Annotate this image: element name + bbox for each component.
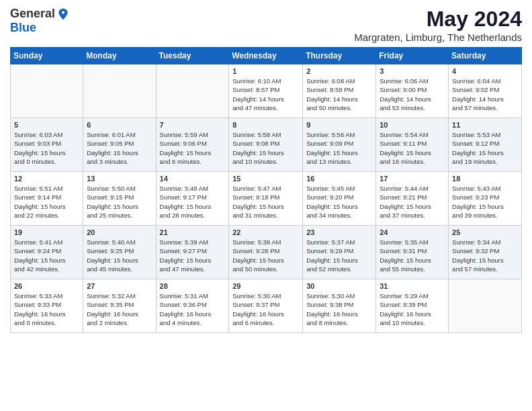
table-row: 1Sunrise: 6:10 AMSunset: 8:57 PMDaylight… — [229, 64, 303, 118]
day-number: 18 — [452, 175, 518, 183]
day-number: 13 — [87, 175, 152, 183]
day-number: 14 — [160, 175, 226, 183]
table-row: 7Sunrise: 5:59 AMSunset: 9:06 PMDaylight… — [156, 118, 229, 172]
table-row: 5Sunrise: 6:03 AMSunset: 9:03 PMDaylight… — [11, 118, 83, 172]
calendar-week-row: 1Sunrise: 6:10 AMSunset: 8:57 PMDaylight… — [11, 64, 522, 118]
location: Margraten, Limburg, The Netherlands — [354, 32, 522, 43]
table-row: 17Sunrise: 5:44 AMSunset: 9:21 PMDayligh… — [376, 172, 449, 226]
day-info: Sunrise: 5:30 AMSunset: 9:38 PMDaylight:… — [306, 291, 372, 327]
day-number: 15 — [232, 175, 299, 183]
table-row: 15Sunrise: 5:47 AMSunset: 9:18 PMDayligh… — [229, 172, 303, 226]
table-row: 20Sunrise: 5:40 AMSunset: 9:25 PMDayligh… — [83, 226, 156, 279]
table-row — [83, 64, 156, 118]
logo-blue: Blue — [10, 21, 36, 35]
day-info: Sunrise: 6:01 AMSunset: 9:05 PMDaylight:… — [87, 130, 152, 166]
day-number: 1 — [232, 67, 299, 75]
table-row: 12Sunrise: 5:51 AMSunset: 9:14 PMDayligh… — [11, 172, 83, 226]
table-row: 10Sunrise: 5:54 AMSunset: 9:11 PMDayligh… — [376, 118, 449, 172]
table-row: 18Sunrise: 5:43 AMSunset: 9:23 PMDayligh… — [449, 172, 522, 226]
day-number: 6 — [87, 121, 152, 129]
header-friday: Friday — [376, 48, 449, 64]
calendar-week-row: 12Sunrise: 5:51 AMSunset: 9:14 PMDayligh… — [11, 172, 522, 226]
day-number: 3 — [380, 67, 445, 75]
header-wednesday: Wednesday — [229, 48, 303, 64]
table-row: 24Sunrise: 5:35 AMSunset: 9:31 PMDayligh… — [376, 226, 449, 279]
calendar-week-row: 26Sunrise: 5:33 AMSunset: 9:33 PMDayligh… — [11, 279, 522, 333]
day-number: 25 — [452, 228, 518, 236]
table-row: 14Sunrise: 5:48 AMSunset: 9:17 PMDayligh… — [156, 172, 229, 226]
table-row: 28Sunrise: 5:31 AMSunset: 9:36 PMDayligh… — [156, 279, 229, 333]
table-row: 30Sunrise: 5:30 AMSunset: 9:38 PMDayligh… — [303, 279, 376, 333]
header-sunday: Sunday — [11, 48, 83, 64]
day-number: 11 — [452, 121, 518, 129]
table-row: 23Sunrise: 5:37 AMSunset: 9:29 PMDayligh… — [303, 226, 376, 279]
day-info: Sunrise: 6:10 AMSunset: 8:57 PMDaylight:… — [232, 77, 299, 112]
table-row: 9Sunrise: 5:56 AMSunset: 9:09 PMDaylight… — [303, 118, 376, 172]
logo: General Blue — [10, 7, 70, 35]
day-info: Sunrise: 5:51 AMSunset: 9:14 PMDaylight:… — [14, 184, 79, 220]
month-year: May 2024 — [354, 7, 522, 32]
day-info: Sunrise: 5:40 AMSunset: 9:25 PMDaylight:… — [87, 238, 152, 273]
day-info: Sunrise: 5:39 AMSunset: 9:27 PMDaylight:… — [160, 238, 226, 273]
table-row: 21Sunrise: 5:39 AMSunset: 9:27 PMDayligh… — [156, 226, 229, 279]
calendar-week-row: 19Sunrise: 5:41 AMSunset: 9:24 PMDayligh… — [11, 226, 522, 279]
day-number: 20 — [87, 228, 152, 236]
day-info: Sunrise: 5:38 AMSunset: 9:28 PMDaylight:… — [232, 238, 299, 273]
table-row: 29Sunrise: 5:30 AMSunset: 9:37 PMDayligh… — [229, 279, 303, 333]
header-tuesday: Tuesday — [156, 48, 229, 64]
title-block: May 2024 Margraten, Limburg, The Netherl… — [354, 7, 522, 43]
day-info: Sunrise: 5:48 AMSunset: 9:17 PMDaylight:… — [160, 184, 226, 220]
day-info: Sunrise: 5:58 AMSunset: 9:08 PMDaylight:… — [232, 130, 299, 166]
day-number: 27 — [87, 282, 152, 290]
logo-general: General — [10, 7, 55, 21]
day-number: 28 — [160, 282, 226, 290]
day-info: Sunrise: 5:31 AMSunset: 9:36 PMDaylight:… — [160, 291, 226, 327]
day-info: Sunrise: 5:43 AMSunset: 9:23 PMDaylight:… — [452, 184, 518, 220]
day-number: 19 — [14, 228, 79, 236]
table-row — [11, 64, 83, 118]
page-header: General Blue May 2024 Margraten, Limburg… — [10, 7, 522, 43]
logo-icon — [56, 7, 70, 21]
day-info: Sunrise: 6:06 AMSunset: 9:00 PMDaylight:… — [380, 77, 445, 112]
header-saturday: Saturday — [449, 48, 522, 64]
table-row: 11Sunrise: 5:53 AMSunset: 9:12 PMDayligh… — [449, 118, 522, 172]
header-thursday: Thursday — [303, 48, 376, 64]
day-info: Sunrise: 5:50 AMSunset: 9:15 PMDaylight:… — [87, 184, 152, 220]
day-number: 12 — [14, 175, 79, 183]
table-row: 8Sunrise: 5:58 AMSunset: 9:08 PMDaylight… — [229, 118, 303, 172]
day-info: Sunrise: 5:29 AMSunset: 9:39 PMDaylight:… — [380, 291, 445, 327]
day-number: 31 — [380, 282, 445, 290]
day-number: 8 — [232, 121, 299, 129]
day-number: 9 — [306, 121, 372, 129]
calendar-table: Sunday Monday Tuesday Wednesday Thursday… — [10, 47, 522, 333]
day-number: 10 — [380, 121, 445, 129]
day-info: Sunrise: 5:45 AMSunset: 9:20 PMDaylight:… — [306, 184, 372, 220]
table-row: 26Sunrise: 5:33 AMSunset: 9:33 PMDayligh… — [11, 279, 83, 333]
day-number: 5 — [14, 121, 79, 129]
day-number: 26 — [14, 282, 79, 290]
day-info: Sunrise: 5:32 AMSunset: 9:35 PMDaylight:… — [87, 291, 152, 327]
day-info: Sunrise: 5:30 AMSunset: 9:37 PMDaylight:… — [232, 291, 299, 327]
table-row: 4Sunrise: 6:04 AMSunset: 9:02 PMDaylight… — [449, 64, 522, 118]
table-row — [449, 279, 522, 333]
calendar-page: General Blue May 2024 Margraten, Limburg… — [0, 0, 532, 343]
calendar-header-row: Sunday Monday Tuesday Wednesday Thursday… — [11, 48, 522, 64]
table-row: 13Sunrise: 5:50 AMSunset: 9:15 PMDayligh… — [83, 172, 156, 226]
logo-text: General — [10, 7, 70, 21]
table-row: 27Sunrise: 5:32 AMSunset: 9:35 PMDayligh… — [83, 279, 156, 333]
table-row: 19Sunrise: 5:41 AMSunset: 9:24 PMDayligh… — [11, 226, 83, 279]
day-info: Sunrise: 6:04 AMSunset: 9:02 PMDaylight:… — [452, 77, 518, 112]
day-info: Sunrise: 5:37 AMSunset: 9:29 PMDaylight:… — [306, 238, 372, 273]
day-info: Sunrise: 5:35 AMSunset: 9:31 PMDaylight:… — [380, 238, 445, 273]
day-number: 16 — [306, 175, 372, 183]
day-number: 2 — [306, 67, 372, 75]
day-info: Sunrise: 5:41 AMSunset: 9:24 PMDaylight:… — [14, 238, 79, 273]
day-info: Sunrise: 6:03 AMSunset: 9:03 PMDaylight:… — [14, 130, 79, 166]
table-row: 25Sunrise: 5:34 AMSunset: 9:32 PMDayligh… — [449, 226, 522, 279]
day-info: Sunrise: 5:59 AMSunset: 9:06 PMDaylight:… — [160, 130, 226, 166]
day-number: 29 — [232, 282, 299, 290]
day-number: 17 — [380, 175, 445, 183]
table-row: 3Sunrise: 6:06 AMSunset: 9:00 PMDaylight… — [376, 64, 449, 118]
day-info: Sunrise: 5:47 AMSunset: 9:18 PMDaylight:… — [232, 184, 299, 220]
header-monday: Monday — [83, 48, 156, 64]
